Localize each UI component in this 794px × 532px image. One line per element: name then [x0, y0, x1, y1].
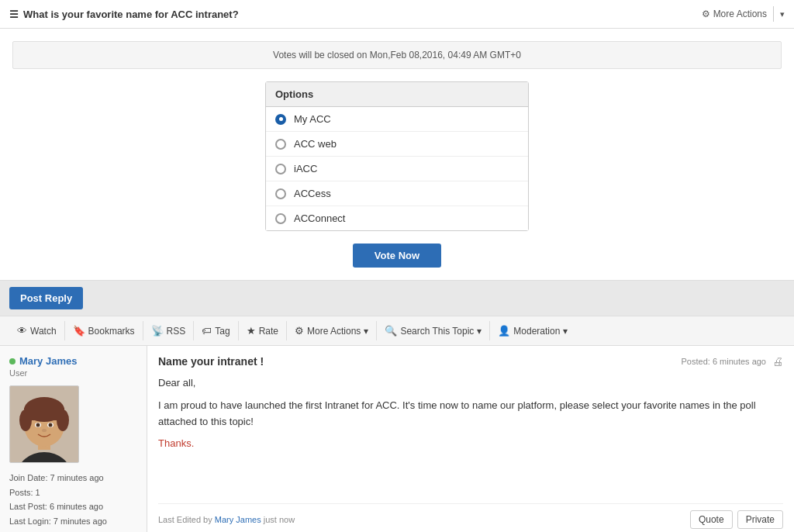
toolbar-moderation[interactable]: 👤 Moderation ▾: [490, 321, 575, 340]
option-label-opt2: ACC web: [294, 138, 337, 150]
poll-notice: Votes will be closed on Mon,Feb 08,2016,…: [12, 41, 782, 69]
posts-area: Mary James User: [0, 346, 794, 532]
poll-option-4[interactable]: ACCess: [266, 181, 528, 206]
post-thanks: Thanks.: [158, 436, 783, 452]
post-sidebar: Mary James User: [0, 346, 147, 532]
toolbar-watch[interactable]: 👁 Watch: [9, 321, 65, 340]
post-meta: Posted: 6 minutes ago 🖨: [682, 355, 783, 368]
poll-section: Votes will be closed on Mon,Feb 08,2016,…: [0, 29, 794, 281]
user-name-link[interactable]: Mary James: [9, 355, 77, 367]
poll-option-5[interactable]: ACConnect: [266, 206, 528, 230]
radio-opt1[interactable]: [275, 114, 286, 125]
toolbar-more-actions[interactable]: ⚙ More Actions ▾: [287, 321, 377, 340]
last-post: Last Post: 6 minutes ago: [9, 499, 107, 514]
post-header: Name your intranet ! Posted: 6 minutes a…: [158, 355, 783, 368]
eye-icon: 👁: [17, 325, 27, 337]
post-content: Name your intranet ! Posted: 6 minutes a…: [147, 346, 794, 532]
more-actions-toolbar-label: More Actions: [307, 326, 361, 337]
moderation-arrow: ▾: [563, 326, 568, 337]
post-container: Mary James User: [0, 346, 794, 532]
vote-button-wrapper: Vote Now: [12, 244, 782, 268]
svg-point-11: [49, 423, 53, 427]
gear-icon: ⚙: [702, 9, 710, 19]
bookmarks-label: Bookmarks: [88, 326, 135, 337]
post-edited: Last Edited by Mary James just now: [158, 515, 690, 524]
bookmark-icon: 🔖: [73, 325, 85, 337]
svg-rect-7: [24, 408, 64, 420]
poll-options-container: Options My ACCACC webiACCACCessACConnect: [265, 81, 529, 231]
page-title: What is your favorite name for ACC intra…: [23, 9, 239, 20]
vote-now-button[interactable]: Vote Now: [353, 244, 441, 268]
title-bar-left: ☰ What is your favorite name for ACC int…: [9, 9, 239, 20]
title-bar-right: ⚙ More Actions ▾: [702, 6, 785, 22]
svg-point-12: [42, 429, 47, 432]
user-stats: Join Date: 7 minutes ago Posts: 1 Last P…: [9, 471, 107, 529]
post-body: Dear all, I am proud to have launched th…: [158, 375, 783, 496]
list-icon: ☰: [9, 9, 19, 20]
edited-by-name[interactable]: Mary James: [215, 515, 261, 524]
toolbar-rss[interactable]: 📡 RSS: [143, 321, 195, 340]
poll-option-2[interactable]: ACC web: [266, 132, 528, 157]
poll-option-3[interactable]: iACC: [266, 157, 528, 181]
private-button[interactable]: Private: [737, 510, 783, 529]
user-role: User: [9, 368, 27, 378]
moderation-label: Moderation: [513, 326, 560, 337]
tag-label: Tag: [215, 326, 230, 337]
watch-label: Watch: [30, 326, 57, 337]
poll-options-header: Options: [266, 82, 528, 107]
rss-label: RSS: [167, 326, 186, 337]
more-actions-button[interactable]: ⚙ More Actions: [702, 9, 767, 19]
moderation-icon: 👤: [498, 325, 510, 337]
title-dropdown-arrow[interactable]: ▾: [780, 9, 785, 19]
post-title: Name your intranet !: [158, 355, 264, 368]
post-footer: Last Edited by Mary James just now Quote…: [158, 503, 783, 529]
post-reply-bar: Post Reply: [0, 281, 794, 316]
search-topic-label: Search This Topic: [400, 326, 474, 337]
option-label-opt4: ACCess: [294, 188, 331, 199]
gear-icon-toolbar: ⚙: [295, 325, 304, 337]
rss-icon: 📡: [151, 325, 164, 337]
svg-point-10: [36, 423, 40, 427]
divider: [773, 6, 774, 22]
toolbar-search-topic[interactable]: 🔍 Search This Topic ▾: [377, 321, 490, 340]
posts-count: Posts: 1: [9, 485, 107, 500]
post-reply-button[interactable]: Post Reply: [9, 287, 83, 309]
avatar: [9, 385, 79, 463]
radio-opt5[interactable]: [275, 213, 286, 224]
toolbar-tag[interactable]: 🏷 Tag: [194, 321, 238, 340]
post-line1: Dear all,: [158, 375, 783, 392]
join-date: Join Date: 7 minutes ago: [9, 471, 107, 485]
quote-button[interactable]: Quote: [690, 510, 733, 529]
radio-opt3[interactable]: [275, 164, 286, 174]
toolbar-bookmarks[interactable]: 🔖 Bookmarks: [65, 321, 143, 340]
radio-opt2[interactable]: [275, 139, 286, 150]
option-label-opt3: iACC: [294, 163, 317, 174]
post-time: Posted: 6 minutes ago: [682, 357, 766, 366]
print-icon[interactable]: 🖨: [772, 355, 783, 368]
star-icon: ★: [247, 325, 256, 337]
more-actions-label: More Actions: [713, 9, 767, 19]
toolbar-rate[interactable]: ★ Rate: [239, 321, 287, 340]
search-topic-arrow: ▾: [477, 326, 482, 337]
search-icon: 🔍: [385, 325, 397, 337]
action-toolbar: 👁 Watch 🔖 Bookmarks 📡 RSS 🏷 Tag ★ Rate ⚙…: [0, 316, 794, 346]
online-indicator: [9, 358, 16, 364]
poll-option-1[interactable]: My ACC: [266, 107, 528, 132]
more-actions-arrow: ▾: [364, 326, 368, 337]
title-bar: ☰ What is your favorite name for ACC int…: [0, 0, 794, 29]
poll-options-list: My ACCACC webiACCACCessACConnect: [266, 107, 528, 230]
post-actions: Quote Private: [690, 510, 783, 529]
post-line2: I am proud to have launched the first In…: [158, 398, 783, 430]
tag-icon: 🏷: [202, 325, 212, 337]
user-name: Mary James: [19, 355, 77, 367]
option-label-opt1: My ACC: [294, 113, 331, 125]
rate-label: Rate: [259, 326, 278, 337]
last-login: Last Login: 7 minutes ago: [9, 514, 107, 529]
radio-opt4[interactable]: [275, 188, 286, 199]
option-label-opt5: ACConnect: [294, 212, 345, 224]
